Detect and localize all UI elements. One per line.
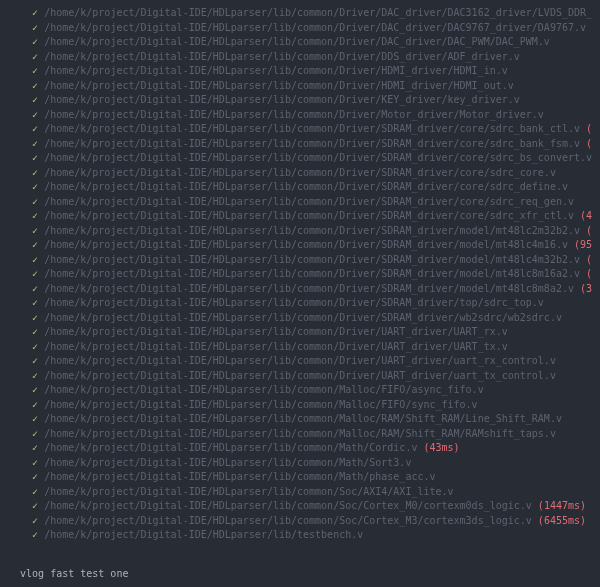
file-path: /home/k/project/Digital-IDE/HDLparser/li…: [44, 181, 568, 192]
file-path: /home/k/project/Digital-IDE/HDLparser/li…: [44, 341, 508, 352]
duration-badge: (43ms): [423, 442, 459, 453]
file-path: /home/k/project/Digital-IDE/HDLparser/li…: [44, 239, 568, 250]
checkmark-icon: ✓: [32, 138, 38, 149]
file-path: /home/k/project/Digital-IDE/HDLparser/li…: [44, 312, 562, 323]
file-path: /home/k/project/Digital-IDE/HDLparser/li…: [44, 123, 580, 134]
file-path: /home/k/project/Digital-IDE/HDLparser/li…: [44, 225, 580, 236]
test-result-line: ✓ /home/k/project/Digital-IDE/HDLparser/…: [8, 354, 592, 369]
test-result-line: ✓ /home/k/project/Digital-IDE/HDLparser/…: [8, 253, 592, 268]
test-result-line: ✓ /home/k/project/Digital-IDE/HDLparser/…: [8, 340, 592, 355]
test-section: vlog fast test one ✓ test /home/k/projec…: [8, 553, 592, 588]
test-result-line: ✓ /home/k/project/Digital-IDE/HDLparser/…: [8, 485, 592, 500]
checkmark-icon: ✓: [32, 167, 38, 178]
file-path: /home/k/project/Digital-IDE/HDLparser/li…: [44, 486, 453, 497]
duration-badge: (42ms): [580, 210, 592, 221]
test-result-line: ✓ /home/k/project/Digital-IDE/HDLparser/…: [8, 441, 592, 456]
file-path: /home/k/project/Digital-IDE/HDLparser/li…: [44, 80, 514, 91]
checkmark-icon: ✓: [32, 471, 38, 482]
checkmark-icon: ✓: [32, 326, 38, 337]
file-path: /home/k/project/Digital-IDE/HDLparser/li…: [44, 36, 550, 47]
test-result-line: ✓ /home/k/project/Digital-IDE/HDLparser/…: [8, 93, 592, 108]
file-path: /home/k/project/Digital-IDE/HDLparser/li…: [44, 370, 556, 381]
duration-badge: (176ms): [586, 225, 592, 236]
file-path: /home/k/project/Digital-IDE/HDLparser/li…: [44, 210, 574, 221]
section-title: vlog fast test one: [20, 568, 128, 579]
test-result-line: ✓ /home/k/project/Digital-IDE/HDLparser/…: [8, 79, 592, 94]
test-result-line: ✓ /home/k/project/Digital-IDE/HDLparser/…: [8, 470, 592, 485]
file-path: /home/k/project/Digital-IDE/HDLparser/li…: [44, 254, 580, 265]
checkmark-icon: ✓: [32, 457, 38, 468]
test-result-list: ✓ /home/k/project/Digital-IDE/HDLparser/…: [8, 6, 592, 543]
checkmark-icon: ✓: [32, 94, 38, 105]
file-path: /home/k/project/Digital-IDE/HDLparser/li…: [44, 109, 544, 120]
checkmark-icon: ✓: [32, 413, 38, 424]
test-result-line: ✓ /home/k/project/Digital-IDE/HDLparser/…: [8, 427, 592, 442]
test-result-line: ✓ /home/k/project/Digital-IDE/HDLparser/…: [8, 238, 592, 253]
checkmark-icon: ✓: [32, 370, 38, 381]
file-path: /home/k/project/Digital-IDE/HDLparser/li…: [44, 500, 532, 511]
file-path: /home/k/project/Digital-IDE/HDLparser/li…: [44, 51, 520, 62]
test-result-line: ✓ /home/k/project/Digital-IDE/HDLparser/…: [8, 6, 592, 21]
checkmark-icon: ✓: [32, 152, 38, 163]
checkmark-icon: ✓: [32, 254, 38, 265]
checkmark-icon: ✓: [32, 196, 38, 207]
file-path: /home/k/project/Digital-IDE/HDLparser/li…: [44, 297, 544, 308]
file-path: /home/k/project/Digital-IDE/HDLparser/li…: [44, 152, 592, 163]
checkmark-icon: ✓: [32, 399, 38, 410]
checkmark-icon: ✓: [32, 268, 38, 279]
duration-badge: (391ms): [586, 268, 592, 279]
checkmark-icon: ✓: [32, 283, 38, 294]
duration-badge: (1447ms): [538, 500, 586, 511]
file-path: /home/k/project/Digital-IDE/HDLparser/li…: [44, 138, 580, 149]
checkmark-icon: ✓: [32, 109, 38, 120]
duration-badge: (54ms): [586, 123, 592, 134]
checkmark-icon: ✓: [32, 225, 38, 236]
checkmark-icon: ✓: [32, 22, 38, 33]
file-path: /home/k/project/Digital-IDE/HDLparser/li…: [44, 428, 556, 439]
file-path: /home/k/project/Digital-IDE/HDLparser/li…: [44, 413, 562, 424]
file-path: /home/k/project/Digital-IDE/HDLparser/li…: [44, 326, 508, 337]
file-path: /home/k/project/Digital-IDE/HDLparser/li…: [44, 529, 363, 540]
test-result-line: ✓ /home/k/project/Digital-IDE/HDLparser/…: [8, 137, 592, 152]
test-result-line: ✓ /home/k/project/Digital-IDE/HDLparser/…: [8, 296, 592, 311]
file-path: /home/k/project/Digital-IDE/HDLparser/li…: [44, 7, 592, 18]
test-result-line: ✓ /home/k/project/Digital-IDE/HDLparser/…: [8, 282, 592, 297]
checkmark-icon: ✓: [32, 442, 38, 453]
checkmark-icon: ✓: [32, 123, 38, 134]
test-result-line: ✓ /home/k/project/Digital-IDE/HDLparser/…: [8, 21, 592, 36]
test-result-line: ✓ /home/k/project/Digital-IDE/HDLparser/…: [8, 383, 592, 398]
file-path: /home/k/project/Digital-IDE/HDLparser/li…: [44, 384, 484, 395]
file-path: /home/k/project/Digital-IDE/HDLparser/li…: [44, 268, 580, 279]
duration-badge: (1039ms): [586, 254, 592, 265]
duration-badge: (40ms): [586, 138, 592, 149]
duration-badge: (6455ms): [538, 515, 586, 526]
checkmark-icon: ✓: [32, 181, 38, 192]
checkmark-icon: ✓: [32, 384, 38, 395]
file-path: /home/k/project/Digital-IDE/HDLparser/li…: [44, 22, 586, 33]
file-path: /home/k/project/Digital-IDE/HDLparser/li…: [44, 283, 574, 294]
checkmark-icon: ✓: [32, 312, 38, 323]
file-path: /home/k/project/Digital-IDE/HDLparser/li…: [44, 355, 556, 366]
checkmark-icon: ✓: [32, 65, 38, 76]
checkmark-icon: ✓: [32, 36, 38, 47]
test-result-line: ✓ /home/k/project/Digital-IDE/HDLparser/…: [8, 195, 592, 210]
file-path: /home/k/project/Digital-IDE/HDLparser/li…: [44, 167, 556, 178]
test-result-line: ✓ /home/k/project/Digital-IDE/HDLparser/…: [8, 224, 592, 239]
file-path: /home/k/project/Digital-IDE/HDLparser/li…: [44, 442, 417, 453]
checkmark-icon: ✓: [32, 341, 38, 352]
test-result-line: ✓ /home/k/project/Digital-IDE/HDLparser/…: [8, 122, 592, 137]
test-result-line: ✓ /home/k/project/Digital-IDE/HDLparser/…: [8, 528, 592, 543]
test-result-line: ✓ /home/k/project/Digital-IDE/HDLparser/…: [8, 311, 592, 326]
checkmark-icon: ✓: [32, 486, 38, 497]
test-result-line: ✓ /home/k/project/Digital-IDE/HDLparser/…: [8, 151, 592, 166]
test-result-line: ✓ /home/k/project/Digital-IDE/HDLparser/…: [8, 267, 592, 282]
test-result-line: ✓ /home/k/project/Digital-IDE/HDLparser/…: [8, 108, 592, 123]
checkmark-icon: ✓: [32, 500, 38, 511]
test-result-line: ✓ /home/k/project/Digital-IDE/HDLparser/…: [8, 369, 592, 384]
duration-badge: (385ms): [580, 283, 592, 294]
test-result-line: ✓ /home/k/project/Digital-IDE/HDLparser/…: [8, 166, 592, 181]
test-result-line: ✓ /home/k/project/Digital-IDE/HDLparser/…: [8, 64, 592, 79]
test-result-line: ✓ /home/k/project/Digital-IDE/HDLparser/…: [8, 456, 592, 471]
test-result-line: ✓ /home/k/project/Digital-IDE/HDLparser/…: [8, 325, 592, 340]
test-result-line: ✓ /home/k/project/Digital-IDE/HDLparser/…: [8, 180, 592, 195]
